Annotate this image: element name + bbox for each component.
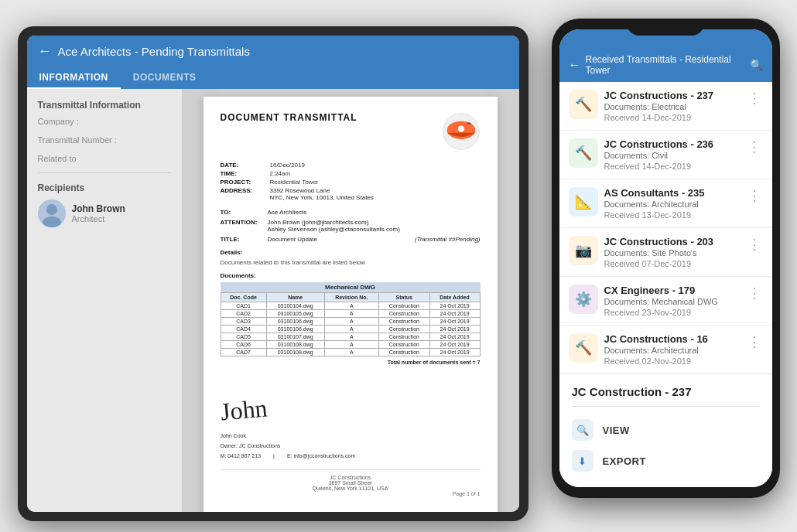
signature-area: John [221, 379, 481, 425]
col-status: Status [378, 293, 429, 302]
phone-notch [627, 19, 704, 36]
table-row: CAD703100108.dwgAConstruction24 Oct 2019 [221, 349, 480, 356]
item-icon: 🔨 [569, 90, 598, 119]
list-item[interactable]: 🔨JC Constructions - 237Documents: Electr… [559, 82, 772, 131]
to-field: TO: Ace Architects [221, 209, 481, 216]
item-date: Received 02-Nov-2019 [604, 356, 740, 366]
to-label: TO: [221, 209, 263, 216]
list-item[interactable]: 🔨JC Constructions - 236Documents: CivilR… [559, 131, 772, 179]
tablet-title: Ace Architects - Pending Transmittals [58, 45, 250, 58]
tablet-device: ← Ace Architects - Pending Transmittals … [18, 26, 528, 521]
col-doc-code: Doc. Code [221, 293, 266, 302]
attention-field: ATTENTION: John Brown (john@jbarchitects… [221, 219, 481, 233]
table-row: CAD603100108.dwgAConstruction24 Oct 2019 [221, 341, 480, 349]
tablet-main: DOCUMENT TRANSMITTAL [182, 89, 519, 512]
sidebar-divider [38, 172, 171, 173]
recipient-item: John Brown Architect [38, 200, 171, 227]
item-documents: Documents: Electrical [604, 102, 740, 111]
transmittal-ref: (Transmittal ##Pending) [415, 236, 481, 243]
svg-point-1 [46, 204, 57, 215]
phone-back-button[interactable]: ← [569, 58, 581, 72]
item-documents: Documents: Architectural [604, 200, 740, 209]
recipient-name: John Brown [72, 203, 125, 214]
item-menu-button[interactable]: ⋮ [746, 333, 763, 350]
item-menu-button[interactable]: ⋮ [746, 187, 763, 204]
item-title: AS Consultants - 235 [604, 187, 740, 199]
documents-heading: Documents: [221, 272, 481, 279]
tablet-back-button[interactable]: ← [38, 43, 52, 60]
project-label: PROJECT: [221, 179, 267, 186]
transmittal-number-field: Transmittal Number : [38, 135, 171, 145]
project-value: Residential Tower [270, 179, 481, 186]
footer-address: 3697 Small Street [221, 480, 481, 486]
date-label: DATE: [221, 162, 267, 169]
attention-value: John Brown (john@jbarchitects.com) Ashle… [268, 219, 400, 233]
table-row: CAD103100104.dwgAConstruction24 Oct 2019 [221, 302, 480, 310]
list-item[interactable]: 📐AS Consultants - 235Documents: Architec… [559, 179, 772, 228]
list-item[interactable]: 📷JC Constructions - 203Documents: Site P… [559, 228, 772, 277]
item-date: Received 13-Dec-2019 [604, 210, 740, 220]
avatar [38, 200, 66, 227]
doc-header: DOCUMENT TRANSMITTAL [221, 112, 481, 151]
transmittal-number-label: Transmittal Number : [38, 135, 171, 145]
modal-export-action[interactable]: ⬇ EXPORT [572, 445, 760, 476]
item-icon: 📐 [569, 187, 598, 217]
phone-device: ← Received Transmittals - Residential To… [552, 19, 780, 498]
details-text: Documents related to this transmittal ar… [221, 259, 481, 266]
item-documents: Documents: Mechanical DWG [604, 297, 740, 306]
item-date: Received 07-Dec-2019 [604, 259, 740, 268]
item-title: CX Engineers - 179 [604, 285, 740, 296]
phone-screen: ← Received Transmittals - Residential To… [559, 29, 772, 487]
tablet-header: ← Ace Architects - Pending Transmittals [27, 36, 519, 67]
table-row: CAD403100106.dwgAConstruction24 Oct 2019 [221, 326, 480, 333]
phone-header-title: Received Transmittals - Residential Towe… [586, 54, 745, 76]
page-number: Page 1 of 1 [221, 491, 481, 496]
col-name: Name [266, 293, 324, 302]
item-date: Received 14-Dec-2019 [604, 113, 740, 122]
item-menu-button[interactable]: ⋮ [746, 138, 763, 155]
phone-header: ← Received Transmittals - Residential To… [559, 48, 772, 82]
phone-search-icon[interactable]: 🔍 [750, 59, 763, 71]
item-icon: 📷 [569, 236, 598, 265]
modal-view-action[interactable]: 🔍 VIEW [572, 414, 760, 445]
item-menu-button[interactable]: ⋮ [746, 236, 763, 253]
col-revision: Revision No. [324, 293, 378, 302]
col-date: Date Added [429, 293, 480, 302]
item-icon: 🔨 [569, 138, 598, 168]
phone-list: 🔨JC Constructions - 237Documents: Electr… [559, 82, 772, 373]
contact-email: E: info@jcconstructions.com [287, 453, 355, 459]
export-label: EXPORT [603, 455, 646, 467]
tab-documents[interactable]: DOCUMENTS [121, 67, 209, 89]
related-to-label: Related to [38, 154, 171, 163]
tablet-sidebar: Transmittal Information Company : Transm… [27, 89, 182, 512]
doc-total: Total number of documents sent = 7 [221, 360, 481, 365]
doc-title: DOCUMENT TRANSMITTAL [221, 112, 357, 123]
list-item[interactable]: 🔨JC Constructions - 16Documents: Archite… [559, 326, 772, 373]
address-value: 3392 Rosewood Lane NYC, New York, 10013,… [270, 187, 481, 201]
title-value: Document Update [268, 236, 317, 243]
doc-info-grid: DATE: 16/Dec/2019 TIME: 2:24am PROJECT: … [221, 162, 481, 201]
time-label: TIME: [221, 170, 267, 177]
title-field: TITLE: Document Update (Transmittal ##Pe… [221, 236, 481, 243]
document: DOCUMENT TRANSMITTAL [204, 97, 498, 512]
company-label: Company : [38, 117, 171, 126]
contact-info: M: 0412 867 213 | E: info@jcconstruction… [221, 453, 481, 459]
transmittal-section-title: Transmittal Information [38, 100, 171, 111]
item-menu-button[interactable]: ⋮ [746, 285, 763, 302]
export-icon: ⬇ [572, 450, 593, 472]
list-item[interactable]: ⚙️CX Engineers - 179Documents: Mechanica… [559, 277, 772, 326]
footer-city: Queens, New York 11101, USA [221, 486, 481, 491]
tab-information[interactable]: INFORMATION [27, 67, 121, 89]
item-icon: ⚙️ [569, 285, 598, 314]
item-documents: Documents: Architectural [604, 346, 740, 355]
view-icon: 🔍 [572, 419, 593, 441]
recipient-info: John Brown Architect [72, 203, 125, 223]
item-date: Received 14-Dec-2019 [604, 162, 740, 171]
item-title: JC Constructions - 236 [604, 138, 740, 150]
item-title: JC Constructions - 237 [604, 90, 740, 101]
table-row: CAD503100107.dwgAConstruction24 Oct 2019 [221, 333, 480, 341]
doc-table: Doc. Code Name Revision No. Status Date … [221, 292, 481, 356]
item-menu-button[interactable]: ⋮ [746, 90, 763, 107]
item-title: JC Constructions - 203 [604, 236, 740, 247]
item-icon: 🔨 [569, 333, 598, 363]
